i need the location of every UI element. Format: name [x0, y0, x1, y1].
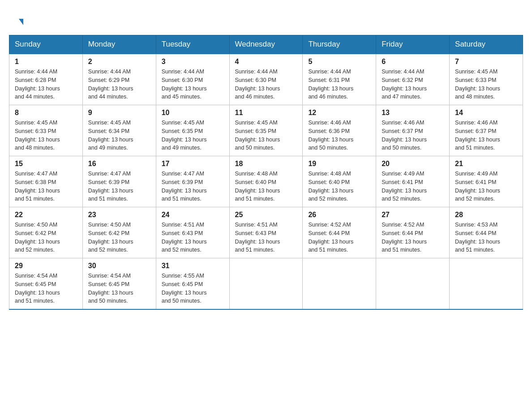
table-row: 3Sunrise: 4:44 AMSunset: 6:30 PMDaylight…	[156, 54, 229, 105]
day-info: Sunrise: 4:52 AMSunset: 6:44 PMDaylight:…	[382, 221, 444, 254]
day-number: 21	[455, 160, 517, 168]
day-number: 24	[162, 211, 224, 219]
calendar-table: Sunday Monday Tuesday Wednesday Thursday…	[9, 35, 523, 310]
header-monday: Monday	[82, 35, 156, 54]
day-number: 27	[382, 211, 444, 219]
day-info: Sunrise: 4:45 AMSunset: 6:35 PMDaylight:…	[162, 119, 224, 152]
table-row: 28Sunrise: 4:53 AMSunset: 6:44 PMDayligh…	[450, 207, 523, 258]
logo	[18, 13, 23, 26]
table-row: 14Sunrise: 4:46 AMSunset: 6:37 PMDayligh…	[450, 105, 523, 156]
calendar-week-row: 15Sunrise: 4:47 AMSunset: 6:38 PMDayligh…	[9, 156, 523, 207]
day-info: Sunrise: 4:45 AMSunset: 6:34 PMDaylight:…	[88, 119, 150, 152]
day-number: 26	[308, 211, 370, 219]
header-tuesday: Tuesday	[156, 35, 229, 54]
table-row: 7Sunrise: 4:45 AMSunset: 6:33 PMDaylight…	[450, 54, 523, 105]
day-number: 2	[88, 58, 150, 66]
calendar-week-row: 1Sunrise: 4:44 AMSunset: 6:28 PMDaylight…	[9, 54, 523, 105]
table-row	[450, 258, 523, 310]
day-info: Sunrise: 4:49 AMSunset: 6:41 PMDaylight:…	[382, 170, 444, 203]
day-info: Sunrise: 4:51 AMSunset: 6:43 PMDaylight:…	[162, 221, 224, 254]
day-info: Sunrise: 4:45 AMSunset: 6:35 PMDaylight:…	[235, 119, 297, 152]
table-row: 12Sunrise: 4:46 AMSunset: 6:36 PMDayligh…	[303, 105, 376, 156]
day-number: 17	[162, 160, 224, 168]
day-info: Sunrise: 4:47 AMSunset: 6:38 PMDaylight:…	[15, 170, 77, 203]
table-row: 13Sunrise: 4:46 AMSunset: 6:37 PMDayligh…	[376, 105, 450, 156]
day-number: 31	[162, 262, 224, 270]
day-info: Sunrise: 4:51 AMSunset: 6:43 PMDaylight:…	[235, 221, 297, 254]
table-row: 19Sunrise: 4:48 AMSunset: 6:40 PMDayligh…	[303, 156, 376, 207]
day-info: Sunrise: 4:50 AMSunset: 6:42 PMDaylight:…	[88, 221, 150, 254]
header-sunday: Sunday	[9, 35, 83, 54]
day-info: Sunrise: 4:44 AMSunset: 6:30 PMDaylight:…	[235, 68, 297, 101]
header-wednesday: Wednesday	[229, 35, 303, 54]
day-info: Sunrise: 4:47 AMSunset: 6:39 PMDaylight:…	[88, 170, 150, 203]
day-info: Sunrise: 4:46 AMSunset: 6:37 PMDaylight:…	[455, 119, 517, 152]
day-info: Sunrise: 4:48 AMSunset: 6:40 PMDaylight:…	[308, 170, 370, 203]
table-row: 11Sunrise: 4:45 AMSunset: 6:35 PMDayligh…	[229, 105, 303, 156]
day-number: 20	[382, 160, 444, 168]
table-row: 24Sunrise: 4:51 AMSunset: 6:43 PMDayligh…	[156, 207, 229, 258]
header-friday: Friday	[376, 35, 450, 54]
day-info: Sunrise: 4:44 AMSunset: 6:28 PMDaylight:…	[15, 68, 77, 101]
day-number: 14	[455, 109, 517, 117]
day-info: Sunrise: 4:44 AMSunset: 6:31 PMDaylight:…	[308, 68, 370, 101]
day-number: 30	[88, 262, 150, 270]
table-row: 31Sunrise: 4:55 AMSunset: 6:45 PMDayligh…	[156, 258, 229, 310]
header-saturday: Saturday	[450, 35, 523, 54]
table-row	[229, 258, 303, 310]
table-row: 27Sunrise: 4:52 AMSunset: 6:44 PMDayligh…	[376, 207, 450, 258]
day-info: Sunrise: 4:55 AMSunset: 6:45 PMDaylight:…	[162, 272, 224, 305]
table-row: 30Sunrise: 4:54 AMSunset: 6:45 PMDayligh…	[82, 258, 156, 310]
table-row: 23Sunrise: 4:50 AMSunset: 6:42 PMDayligh…	[82, 207, 156, 258]
day-info: Sunrise: 4:48 AMSunset: 6:40 PMDaylight:…	[235, 170, 297, 203]
logo-line1	[18, 13, 23, 26]
day-number: 19	[308, 160, 370, 168]
day-number: 29	[15, 262, 77, 270]
day-info: Sunrise: 4:47 AMSunset: 6:39 PMDaylight:…	[162, 170, 224, 203]
day-number: 15	[15, 160, 77, 168]
table-row: 25Sunrise: 4:51 AMSunset: 6:43 PMDayligh…	[229, 207, 303, 258]
calendar-week-row: 8Sunrise: 4:45 AMSunset: 6:33 PMDaylight…	[9, 105, 523, 156]
header-thursday: Thursday	[303, 35, 376, 54]
table-row: 16Sunrise: 4:47 AMSunset: 6:39 PMDayligh…	[82, 156, 156, 207]
day-info: Sunrise: 4:53 AMSunset: 6:44 PMDaylight:…	[455, 221, 517, 254]
table-row: 26Sunrise: 4:52 AMSunset: 6:44 PMDayligh…	[303, 207, 376, 258]
day-number: 13	[382, 109, 444, 117]
logo-triangle-icon	[19, 19, 23, 25]
day-number: 23	[88, 211, 150, 219]
day-info: Sunrise: 4:44 AMSunset: 6:29 PMDaylight:…	[88, 68, 150, 101]
table-row: 22Sunrise: 4:50 AMSunset: 6:42 PMDayligh…	[9, 207, 83, 258]
table-row: 2Sunrise: 4:44 AMSunset: 6:29 PMDaylight…	[82, 54, 156, 105]
day-number: 28	[455, 211, 517, 219]
day-info: Sunrise: 4:45 AMSunset: 6:33 PMDaylight:…	[455, 68, 517, 101]
calendar-week-row: 22Sunrise: 4:50 AMSunset: 6:42 PMDayligh…	[9, 207, 523, 258]
page-header	[9, 9, 523, 30]
day-number: 4	[235, 58, 297, 66]
day-info: Sunrise: 4:45 AMSunset: 6:33 PMDaylight:…	[15, 119, 77, 152]
day-info: Sunrise: 4:49 AMSunset: 6:41 PMDaylight:…	[455, 170, 517, 203]
day-info: Sunrise: 4:50 AMSunset: 6:42 PMDaylight:…	[15, 221, 77, 254]
table-row: 29Sunrise: 4:54 AMSunset: 6:45 PMDayligh…	[9, 258, 83, 310]
day-number: 8	[15, 109, 77, 117]
day-number: 7	[455, 58, 517, 66]
table-row: 1Sunrise: 4:44 AMSunset: 6:28 PMDaylight…	[9, 54, 83, 105]
day-info: Sunrise: 4:52 AMSunset: 6:44 PMDaylight:…	[308, 221, 370, 254]
day-number: 5	[308, 58, 370, 66]
table-row: 18Sunrise: 4:48 AMSunset: 6:40 PMDayligh…	[229, 156, 303, 207]
day-number: 6	[382, 58, 444, 66]
day-number: 9	[88, 109, 150, 117]
day-number: 25	[235, 211, 297, 219]
day-info: Sunrise: 4:46 AMSunset: 6:37 PMDaylight:…	[382, 119, 444, 152]
day-info: Sunrise: 4:44 AMSunset: 6:30 PMDaylight:…	[162, 68, 224, 101]
day-number: 12	[308, 109, 370, 117]
day-info: Sunrise: 4:44 AMSunset: 6:32 PMDaylight:…	[382, 68, 444, 101]
day-number: 16	[88, 160, 150, 168]
calendar-week-row: 29Sunrise: 4:54 AMSunset: 6:45 PMDayligh…	[9, 258, 523, 310]
day-number: 10	[162, 109, 224, 117]
table-row	[303, 258, 376, 310]
table-row: 21Sunrise: 4:49 AMSunset: 6:41 PMDayligh…	[450, 156, 523, 207]
table-row: 4Sunrise: 4:44 AMSunset: 6:30 PMDaylight…	[229, 54, 303, 105]
table-row: 9Sunrise: 4:45 AMSunset: 6:34 PMDaylight…	[82, 105, 156, 156]
table-row: 10Sunrise: 4:45 AMSunset: 6:35 PMDayligh…	[156, 105, 229, 156]
day-number: 1	[15, 58, 77, 66]
